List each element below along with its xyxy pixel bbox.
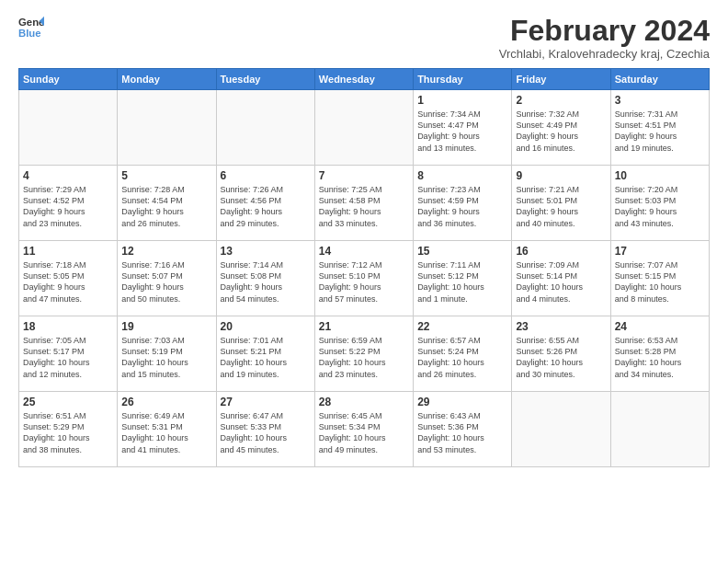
day-number: 26 <box>121 396 211 408</box>
table-row <box>610 392 709 467</box>
header-row: Sunday Monday Tuesday Wednesday Thursday… <box>19 69 710 90</box>
day-info: Sunrise: 7:21 AM Sunset: 5:01 PM Dayligh… <box>516 184 606 229</box>
day-number: 7 <box>319 169 409 182</box>
day-info: Sunrise: 7:16 AM Sunset: 5:07 PM Dayligh… <box>121 259 211 304</box>
table-row: 18Sunrise: 7:05 AM Sunset: 5:17 PM Dayli… <box>19 316 118 392</box>
day-number: 5 <box>121 169 211 182</box>
table-row: 8Sunrise: 7:23 AM Sunset: 4:59 PM Daylig… <box>414 166 512 241</box>
table-row: 1Sunrise: 7:34 AM Sunset: 4:47 PM Daylig… <box>414 90 512 166</box>
table-row: 2Sunrise: 7:32 AM Sunset: 4:49 PM Daylig… <box>512 90 610 166</box>
table-row: 15Sunrise: 7:11 AM Sunset: 5:12 PM Dayli… <box>414 241 512 316</box>
day-info: Sunrise: 7:01 AM Sunset: 5:21 PM Dayligh… <box>221 335 311 380</box>
location: Vrchlabi, Kralovehradecky kraj, Czechia <box>499 47 710 61</box>
day-number: 2 <box>516 94 606 107</box>
day-info: Sunrise: 7:12 AM Sunset: 5:10 PM Dayligh… <box>319 259 409 304</box>
week-row-3: 18Sunrise: 7:05 AM Sunset: 5:17 PM Dayli… <box>19 316 710 392</box>
day-info: Sunrise: 6:57 AM Sunset: 5:24 PM Dayligh… <box>417 335 507 380</box>
table-row: 17Sunrise: 7:07 AM Sunset: 5:15 PM Dayli… <box>610 241 709 316</box>
week-row-4: 25Sunrise: 6:51 AM Sunset: 5:29 PM Dayli… <box>19 392 710 467</box>
day-number: 25 <box>23 396 113 408</box>
day-number: 16 <box>516 245 606 258</box>
day-info: Sunrise: 7:28 AM Sunset: 4:54 PM Dayligh… <box>121 184 211 229</box>
header: General Blue February 2024 Vrchlabi, Kra… <box>18 15 710 61</box>
table-row: 7Sunrise: 7:25 AM Sunset: 4:58 PM Daylig… <box>314 166 413 241</box>
day-info: Sunrise: 6:45 AM Sunset: 5:34 PM Dayligh… <box>319 410 409 455</box>
table-row: 9Sunrise: 7:21 AM Sunset: 5:01 PM Daylig… <box>512 166 610 241</box>
table-row: 28Sunrise: 6:45 AM Sunset: 5:34 PM Dayli… <box>314 392 413 467</box>
week-row-0: 1Sunrise: 7:34 AM Sunset: 4:47 PM Daylig… <box>19 90 710 166</box>
col-tuesday: Tuesday <box>216 69 314 90</box>
day-number: 17 <box>615 245 705 258</box>
day-info: Sunrise: 7:23 AM Sunset: 4:59 PM Dayligh… <box>417 184 507 229</box>
table-row <box>512 392 610 467</box>
day-number: 24 <box>615 320 705 333</box>
table-row: 12Sunrise: 7:16 AM Sunset: 5:07 PM Dayli… <box>118 241 216 316</box>
day-info: Sunrise: 7:05 AM Sunset: 5:17 PM Dayligh… <box>23 335 113 380</box>
week-row-1: 4Sunrise: 7:29 AM Sunset: 4:52 PM Daylig… <box>19 166 710 241</box>
table-row <box>118 90 216 166</box>
title-area: February 2024 Vrchlabi, Kralovehradecky … <box>499 15 710 61</box>
table-row: 20Sunrise: 7:01 AM Sunset: 5:21 PM Dayli… <box>216 316 314 392</box>
table-row: 23Sunrise: 6:55 AM Sunset: 5:26 PM Dayli… <box>512 316 610 392</box>
day-info: Sunrise: 6:47 AM Sunset: 5:33 PM Dayligh… <box>221 410 311 455</box>
col-sunday: Sunday <box>19 69 118 90</box>
day-number: 27 <box>221 396 311 408</box>
svg-text:General: General <box>18 17 44 28</box>
table-row: 10Sunrise: 7:20 AM Sunset: 5:03 PM Dayli… <box>610 166 709 241</box>
day-info: Sunrise: 7:18 AM Sunset: 5:05 PM Dayligh… <box>23 259 113 304</box>
table-row: 16Sunrise: 7:09 AM Sunset: 5:14 PM Dayli… <box>512 241 610 316</box>
month-title: February 2024 <box>499 15 710 47</box>
table-row: 11Sunrise: 7:18 AM Sunset: 5:05 PM Dayli… <box>19 241 118 316</box>
day-number: 6 <box>221 169 311 182</box>
logo-icon: General Blue <box>18 15 44 40</box>
table-row: 26Sunrise: 6:49 AM Sunset: 5:31 PM Dayli… <box>118 392 216 467</box>
table-row: 19Sunrise: 7:03 AM Sunset: 5:19 PM Dayli… <box>118 316 216 392</box>
table-row <box>19 90 118 166</box>
day-info: Sunrise: 7:26 AM Sunset: 4:56 PM Dayligh… <box>221 184 311 229</box>
table-row: 27Sunrise: 6:47 AM Sunset: 5:33 PM Dayli… <box>216 392 314 467</box>
day-number: 10 <box>615 169 705 182</box>
table-row: 25Sunrise: 6:51 AM Sunset: 5:29 PM Dayli… <box>19 392 118 467</box>
svg-text:Blue: Blue <box>18 28 41 39</box>
day-number: 9 <box>516 169 606 182</box>
day-number: 13 <box>221 245 311 258</box>
day-number: 29 <box>417 396 507 408</box>
day-info: Sunrise: 7:07 AM Sunset: 5:15 PM Dayligh… <box>615 259 705 304</box>
day-number: 12 <box>121 245 211 258</box>
day-number: 8 <box>417 169 507 182</box>
day-info: Sunrise: 6:59 AM Sunset: 5:22 PM Dayligh… <box>319 335 409 380</box>
day-info: Sunrise: 7:25 AM Sunset: 4:58 PM Dayligh… <box>319 184 409 229</box>
table-row: 21Sunrise: 6:59 AM Sunset: 5:22 PM Dayli… <box>314 316 413 392</box>
day-number: 19 <box>121 320 211 333</box>
table-row: 24Sunrise: 6:53 AM Sunset: 5:28 PM Dayli… <box>610 316 709 392</box>
day-info: Sunrise: 6:51 AM Sunset: 5:29 PM Dayligh… <box>23 410 113 455</box>
day-info: Sunrise: 7:11 AM Sunset: 5:12 PM Dayligh… <box>417 259 507 304</box>
table-row: 22Sunrise: 6:57 AM Sunset: 5:24 PM Dayli… <box>414 316 512 392</box>
day-number: 28 <box>319 396 409 408</box>
day-number: 22 <box>417 320 507 333</box>
day-number: 3 <box>615 94 705 107</box>
table-row: 3Sunrise: 7:31 AM Sunset: 4:51 PM Daylig… <box>610 90 709 166</box>
col-thursday: Thursday <box>414 69 512 90</box>
col-monday: Monday <box>118 69 216 90</box>
day-info: Sunrise: 7:32 AM Sunset: 4:49 PM Dayligh… <box>516 109 606 154</box>
day-number: 20 <box>221 320 311 333</box>
day-info: Sunrise: 7:14 AM Sunset: 5:08 PM Dayligh… <box>221 259 311 304</box>
logo: General Blue <box>18 15 44 40</box>
page: General Blue February 2024 Vrchlabi, Kra… <box>0 0 728 477</box>
day-number: 1 <box>417 94 507 107</box>
day-number: 18 <box>23 320 113 333</box>
day-info: Sunrise: 7:09 AM Sunset: 5:14 PM Dayligh… <box>516 259 606 304</box>
day-number: 4 <box>23 169 113 182</box>
day-number: 14 <box>319 245 409 258</box>
calendar-table: Sunday Monday Tuesday Wednesday Thursday… <box>18 68 710 467</box>
col-saturday: Saturday <box>610 69 709 90</box>
day-number: 15 <box>417 245 507 258</box>
week-row-2: 11Sunrise: 7:18 AM Sunset: 5:05 PM Dayli… <box>19 241 710 316</box>
day-info: Sunrise: 7:34 AM Sunset: 4:47 PM Dayligh… <box>417 109 507 154</box>
day-info: Sunrise: 6:55 AM Sunset: 5:26 PM Dayligh… <box>516 335 606 380</box>
day-info: Sunrise: 7:03 AM Sunset: 5:19 PM Dayligh… <box>121 335 211 380</box>
table-row: 4Sunrise: 7:29 AM Sunset: 4:52 PM Daylig… <box>19 166 118 241</box>
col-friday: Friday <box>512 69 610 90</box>
day-number: 21 <box>319 320 409 333</box>
